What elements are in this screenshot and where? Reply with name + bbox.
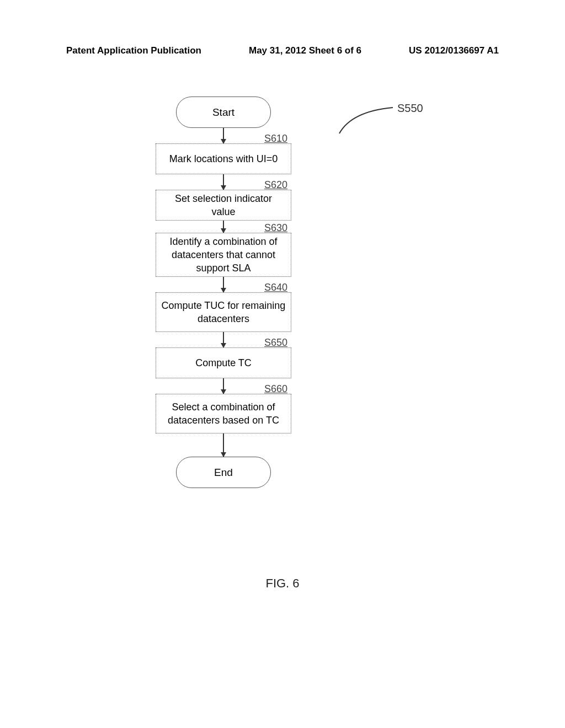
arrow (152, 433, 295, 457)
step-text: Compute TC (195, 356, 252, 370)
page-header: Patent Application Publication May 31, 2… (0, 45, 565, 56)
step-id: S620 (264, 178, 287, 191)
step-s660: S660 Select a combination of datacenters… (156, 394, 291, 433)
step-text: Mark locations with UI=0 (169, 152, 278, 165)
figure-caption: FIG. 6 (0, 576, 565, 591)
flowchart: Start S610 Mark locations with UI=0 S620… (152, 97, 295, 488)
step-id: S610 (264, 132, 287, 145)
step-s650: S650 Compute TC (156, 347, 291, 378)
reference-label: S550 (397, 102, 423, 115)
header-right: US 2012/0136697 A1 (409, 45, 499, 56)
step-id: S630 (264, 221, 287, 234)
step-s640: S640 Compute TUC for remaining datacente… (156, 292, 291, 332)
end-label: End (214, 467, 233, 479)
step-id: S640 (264, 281, 287, 294)
step-s620: S620 Set selection indicatorvalue (156, 190, 291, 221)
start-label: Start (212, 106, 234, 119)
step-text: Select a combination of datacenters base… (158, 400, 289, 427)
reference-leader-line (338, 106, 396, 136)
header-center: May 31, 2012 Sheet 6 of 6 (249, 45, 361, 56)
step-text: Compute TUC for remaining datacenters (158, 299, 289, 326)
end-terminal: End (176, 457, 271, 488)
step-id: S650 (264, 336, 287, 349)
step-s630: S630 Identify a combination of datacente… (156, 233, 291, 277)
step-text: Identify a combination of datacenters th… (158, 235, 289, 275)
step-text: Set selection indicatorvalue (175, 192, 272, 219)
start-terminal: Start (176, 97, 271, 128)
header-left: Patent Application Publication (66, 45, 201, 56)
step-s610: S610 Mark locations with UI=0 (156, 143, 291, 174)
step-id: S660 (264, 382, 287, 395)
